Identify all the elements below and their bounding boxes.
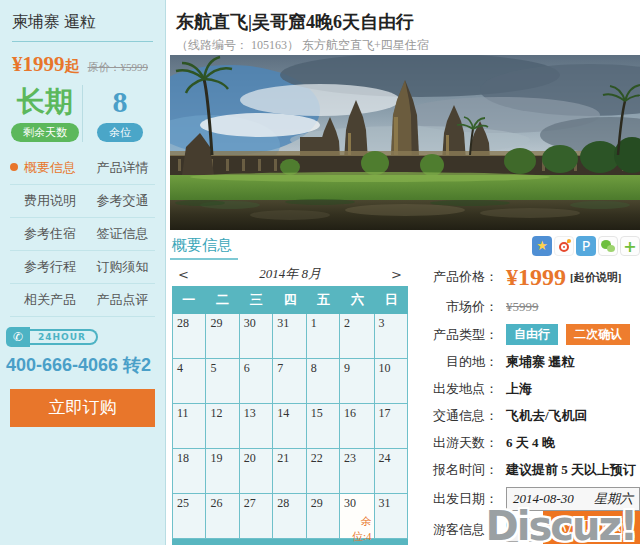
calendar-day: 28 [173, 314, 205, 358]
price-value: ¥1999 [506, 264, 566, 290]
calendar-day: 19 [206, 449, 238, 493]
info-row-transport: 交通信息： 飞机去/飞机回 [416, 406, 640, 426]
sidebar-item-related[interactable]: 相关产品 [10, 284, 83, 316]
calendar-day: 24 [375, 449, 407, 493]
calendar-day: 22 [307, 449, 339, 493]
departure-city-value: 上海 [506, 380, 532, 398]
page: 柬埔寨 暹粒 ¥1999起 原价：¥5999 长期 剩余天数 8 余位 概要信息… [0, 0, 640, 545]
calendar-day: 7 [273, 359, 305, 403]
type-badge-confirm[interactable]: 二次确认 [566, 324, 630, 345]
calendar-weekday-header: 一 二 三 四 五 六 日 [172, 286, 408, 314]
remaining-days-badge: 剩余天数 [11, 123, 79, 142]
sidebar-menu-row: 概要信息 产品详情 [10, 152, 155, 185]
sidebar-menu: 概要信息 产品详情 费用说明 参考交通 参考住宿 签证信息 参考行程 订购须知 … [10, 152, 155, 317]
calendar-day: 20 [240, 449, 272, 493]
calendar-day: 4 [173, 359, 205, 403]
sidebar-menu-row: 相关产品 产品点评 [10, 284, 155, 317]
slots-stat: 8 余位 [82, 85, 157, 142]
sidebar-item-reviews[interactable]: 产品点评 [83, 284, 156, 316]
hotline-24hour-label: 24HOUR [30, 329, 98, 345]
calendar-day-slots: 余位:4 [344, 514, 374, 544]
calendar-day: 29 [206, 314, 238, 358]
calendar-day: 25 [173, 494, 205, 538]
sidebar-menu-row: 参考行程 订购须知 [10, 251, 155, 284]
hotline-number: 400-666-4066 转2 [0, 349, 165, 381]
market-price-value: ¥5999 [506, 299, 539, 315]
price-note-link[interactable]: [起价说明] [570, 270, 621, 285]
sidebar-item-fees[interactable]: 费用说明 [10, 185, 83, 217]
calendar-day: 15 [307, 404, 339, 448]
weibo-share-icon[interactable] [554, 236, 574, 256]
sidebar-menu-row: 费用说明 参考交通 [10, 185, 155, 218]
calendar-day: 5 [206, 359, 238, 403]
p-share-icon[interactable]: P [576, 236, 596, 256]
sidebar-stats: 长期 剩余天数 8 余位 [0, 81, 165, 152]
info-row-days: 出游天数： 6 天 4 晚 [416, 433, 640, 453]
weekday-label: 五 [307, 291, 341, 309]
signup-time-value: 建议提前 5 天以上预订 [506, 461, 636, 479]
calendar-day: 8 [307, 359, 339, 403]
signup-time-label: 报名时间： [416, 461, 498, 479]
calendar-nav: < 2014年 8月 > [172, 262, 408, 286]
weekday-label: 六 [341, 291, 375, 309]
sidebar-original-price: 原价：¥5999 [88, 61, 149, 73]
calendar-day: 31 [375, 494, 407, 538]
calendar-day: 13 [240, 404, 272, 448]
remaining-days-value: 长期 [8, 85, 82, 119]
calendar-day: 2 [340, 314, 374, 358]
info-row-market-price: 市场价： ¥5999 [416, 297, 640, 317]
weekday-label: 三 [239, 291, 273, 309]
calendar-day: 27 [240, 494, 272, 538]
calendar-day: 1 [307, 314, 339, 358]
calendar-day: 21 [273, 449, 305, 493]
sidebar: 柬埔寨 暹粒 ¥1999起 原价：¥5999 长期 剩余天数 8 余位 概要信息… [0, 0, 166, 545]
order-now-button[interactable]: 立即订购 [10, 389, 155, 427]
calendar-day: 3 [375, 314, 407, 358]
info-row-price: 产品价格： ¥1999 [起价说明] [416, 264, 640, 290]
more-share-icon[interactable]: + [620, 236, 640, 256]
calendar-day: 31 [273, 314, 305, 358]
remaining-days-stat: 长期 剩余天数 [8, 85, 82, 142]
calendar-day-available[interactable]: 30 余位:4 ¥1999 [340, 494, 374, 538]
price-label: 产品价格： [416, 268, 498, 286]
product-type-label: 产品类型： [416, 326, 498, 344]
sidebar-item-visa[interactable]: 签证信息 [83, 218, 156, 250]
type-badge-free-travel[interactable]: 自由行 [506, 324, 558, 345]
sidebar-price-row: ¥1999起 原价：¥5999 [0, 42, 165, 81]
calendar-day: 11 [173, 404, 205, 448]
weekday-label: 日 [374, 291, 408, 309]
sidebar-item-overview[interactable]: 概要信息 [10, 152, 83, 184]
departure-city-label: 出发地点： [416, 380, 498, 398]
sidebar-item-itinerary[interactable]: 参考行程 [10, 251, 83, 283]
sidebar-menu-row: 参考住宿 签证信息 [10, 218, 155, 251]
sidebar-price-suffix: 起 [65, 58, 80, 74]
calendar-day: 23 [340, 449, 374, 493]
slots-value: 8 [83, 85, 157, 119]
calendar-day: 26 [206, 494, 238, 538]
wechat-share-icon[interactable] [598, 236, 618, 256]
page-title: 东航直飞|吴哥窟4晚6天自由行 [176, 10, 414, 34]
info-row-departure-city: 出发地点： 上海 [416, 379, 640, 399]
destination-value: 柬埔寨 暹粒 [506, 353, 574, 371]
calendar-day: 14 [273, 404, 305, 448]
sidebar-item-product-details[interactable]: 产品详情 [83, 152, 156, 184]
calendar-day: 30 [240, 314, 272, 358]
favorite-star-icon[interactable]: ★ [532, 236, 552, 256]
sidebar-item-order-notes[interactable]: 订购须知 [83, 251, 156, 283]
calendar-day: 29 [307, 494, 339, 538]
page-subtitle: （线路编号： 105163） 东方航空直飞+四星住宿 [176, 37, 429, 54]
calendar-next-icon[interactable]: > [391, 267, 402, 282]
weekday-label: 二 [206, 291, 240, 309]
sidebar-item-transport[interactable]: 参考交通 [83, 185, 156, 217]
calendar-prev-icon[interactable]: < [178, 267, 189, 282]
sidebar-item-hotel[interactable]: 参考住宿 [10, 218, 83, 250]
calendar-day: 10 [375, 359, 407, 403]
departure-calendar: < 2014年 8月 > 一 二 三 四 五 六 日 28 29 30 31 1… [172, 262, 408, 545]
info-row-signup-time: 报名时间： 建议提前 5 天以上预订 [416, 460, 640, 480]
info-row-product-type: 产品类型： 自由行二次确认 [416, 324, 640, 345]
calendar-month-label: 2014年 8月 [259, 265, 321, 283]
weibo-flame-icon [567, 239, 571, 243]
weekday-label: 四 [273, 291, 307, 309]
phone-icon: ✆ [6, 327, 30, 347]
transport-label: 交通信息： [416, 407, 498, 425]
